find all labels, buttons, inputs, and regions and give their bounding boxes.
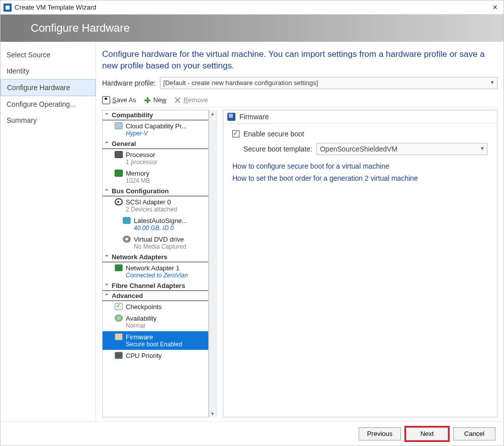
processor-icon xyxy=(115,151,123,158)
wizard-banner: Configure Hardware xyxy=(1,15,503,42)
cancel-button[interactable]: Cancel xyxy=(453,427,495,440)
link-configure-secure-boot[interactable]: How to configure secure boot for a virtu… xyxy=(232,162,488,170)
section-advanced[interactable]: ⌃Advanced xyxy=(103,291,208,301)
previous-button[interactable]: Previous xyxy=(359,427,401,440)
next-button[interactable]: Next xyxy=(406,427,448,440)
section-network[interactable]: ⌃Network Adapters xyxy=(103,252,208,262)
tree-cpu-priority[interactable]: CPU Priority xyxy=(103,350,208,361)
section-bus[interactable]: ⌃Bus Configuration xyxy=(103,186,208,196)
secure-boot-template-label: Secure boot template: xyxy=(243,145,312,153)
save-as-button[interactable]: Save As xyxy=(102,96,136,104)
nav-identity[interactable]: Identity xyxy=(1,63,96,79)
tree-firmware[interactable]: Firmware Secure boot Enabled xyxy=(103,331,208,350)
tree-scrollbar[interactable] xyxy=(209,110,218,417)
nav-configure-os[interactable]: Configure Operating... xyxy=(1,96,96,112)
firmware-tree-icon xyxy=(115,333,123,340)
nav-select-source[interactable]: Select Source xyxy=(1,47,96,63)
title-bar: Create VM Template Wizard × xyxy=(1,1,503,15)
tree-checkpoints[interactable]: Checkpoints xyxy=(103,301,208,313)
instruction-text: Configure hardware for the virtual machi… xyxy=(102,49,497,72)
section-fibre-channel[interactable]: ⌃Fibre Channel Adapters xyxy=(103,281,208,291)
banner-title: Configure Hardware xyxy=(31,22,130,35)
new-button[interactable]: New xyxy=(143,96,166,104)
nav-configure-hardware[interactable]: Configure Hardware xyxy=(1,79,96,96)
close-icon[interactable]: × xyxy=(490,3,500,12)
hardware-profile-label: Hardware profile: xyxy=(102,79,156,87)
remove-icon xyxy=(174,96,182,104)
tree-disk[interactable]: LatestAutoSigne... 40.00 GB, ID 0 xyxy=(103,215,208,234)
tree-dvd[interactable]: Virtual DVD drive No Media Captured xyxy=(103,234,208,252)
detail-header-title: Firmware xyxy=(239,113,269,121)
disk-icon xyxy=(123,217,131,224)
hardware-tree[interactable]: ⌃Compatibility Cloud Capability Pr... Hy… xyxy=(103,110,208,417)
tree-cloud-capability[interactable]: Cloud Capability Pr... Hyper-V xyxy=(103,120,208,139)
tree-processor[interactable]: Processor 1 processor xyxy=(103,149,208,168)
memory-icon xyxy=(115,170,123,177)
firmware-icon xyxy=(227,113,235,121)
remove-button: Remove xyxy=(174,96,208,104)
plus-icon xyxy=(143,96,151,104)
availability-icon xyxy=(115,315,123,322)
link-boot-order-gen2[interactable]: How to set the boot order for a generati… xyxy=(232,174,488,182)
tree-scsi-adapter[interactable]: SCSI Adapter 0 2 Devices attached xyxy=(103,196,208,215)
tree-memory[interactable]: Memory 1024 MB xyxy=(103,168,208,186)
hardware-profile-select[interactable]: [Default - create new hardware configura… xyxy=(160,77,497,89)
section-compatibility[interactable]: ⌃Compatibility xyxy=(103,110,208,120)
cloud-icon xyxy=(115,122,123,129)
enable-secure-boot-label: Enable secure boot xyxy=(243,130,304,138)
tree-network-adapter[interactable]: Network Adapter 1 Connected to ZeroVlan xyxy=(103,262,208,281)
enable-secure-boot-checkbox[interactable] xyxy=(232,130,239,137)
save-icon xyxy=(102,96,110,104)
dvd-icon xyxy=(123,236,131,243)
app-icon xyxy=(4,4,12,12)
secure-boot-template-select[interactable]: OpenSourceShieldedVM xyxy=(316,143,487,155)
tree-availability[interactable]: Availability Normal xyxy=(103,313,208,331)
network-icon xyxy=(115,264,123,271)
secure-boot-template-value: OpenSourceShieldedVM xyxy=(320,145,397,153)
checkpoints-icon xyxy=(115,303,123,310)
wizard-button-bar: Previous Next Cancel xyxy=(1,421,503,445)
detail-panel: Firmware Enable secure boot Secure boot … xyxy=(223,110,497,417)
hardware-profile-value: [Default - create new hardware configura… xyxy=(163,79,318,87)
wizard-step-nav: Select Source Identity Configure Hardwar… xyxy=(1,42,96,421)
cpu-priority-icon xyxy=(115,352,123,359)
hardware-toolbar: Save As New Remove xyxy=(102,94,497,107)
window-title: Create VM Template Wizard xyxy=(15,4,490,11)
section-general[interactable]: ⌃General xyxy=(103,139,208,149)
scsi-icon xyxy=(115,198,123,205)
nav-summary[interactable]: Summary xyxy=(1,112,96,128)
